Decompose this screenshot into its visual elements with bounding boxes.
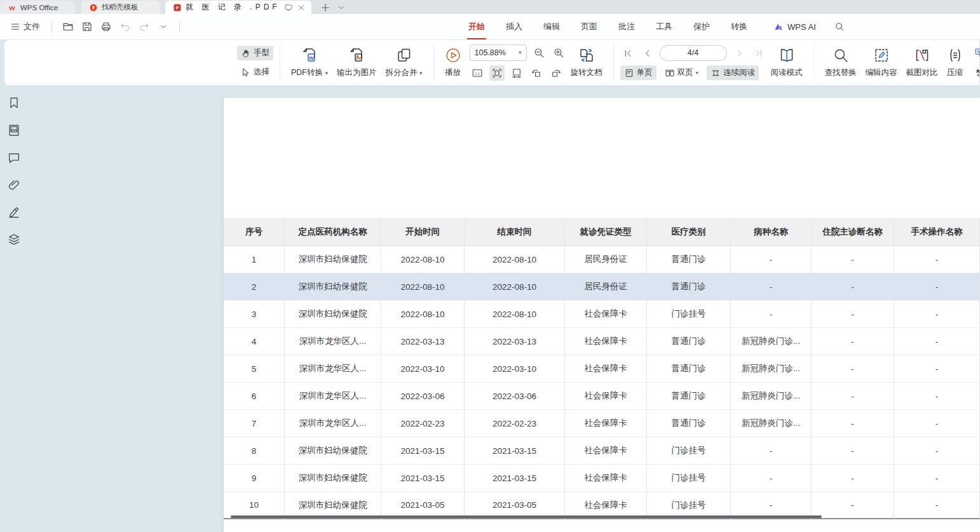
redo-button[interactable] [136,19,153,34]
tab-docer-templates[interactable]: 找稻壳模板 [81,1,160,14]
ribbon-toolbar: 手型 选择 W PDF转换 ▾ 输出为图片 拆分合并 ▾ 播放 [4,39,980,86]
table-cell: 8 [224,437,285,465]
rotate-right-button[interactable] [548,65,564,81]
attachments-panel-button[interactable] [6,177,22,193]
search-icon[interactable] [834,22,845,32]
single-page-view-button[interactable]: 单页 [620,65,657,80]
divider [280,45,280,81]
tab-page[interactable]: 页面 [580,18,599,35]
new-tab-button[interactable] [320,3,330,13]
svg-text:1:1: 1:1 [475,72,480,76]
zoom-value: 105.88% [475,48,506,57]
screenshot-compare-icon [914,47,930,64]
edit-content-button[interactable]: 编辑内容 [861,45,902,80]
table-cell: 2022-03-13 [465,328,565,355]
table-cell: 4 [224,328,285,355]
previous-page-icon [643,48,653,58]
page-number-input[interactable]: 4/4 [660,45,727,61]
zoom-in-button[interactable] [551,45,566,60]
tab-wps-office[interactable]: W WPS Office [0,1,75,14]
tab-annotate[interactable]: 批注 [617,18,636,35]
find-replace-button[interactable]: 查找替换 [820,45,861,80]
previous-page-button[interactable] [640,46,655,61]
table-cell: 社会保障卡 [565,355,647,383]
quickbar-more-button[interactable] [155,19,172,34]
header-cell: 医疗类别 [647,218,731,246]
table-cell: 2022-08-10 [381,273,465,301]
tab-protect[interactable]: 保护 [692,18,711,35]
signature-panel-button[interactable] [6,205,22,220]
tab-convert[interactable]: 转换 [730,18,749,35]
document-workspace: 序号定点医药机构名称开始时间结束时间就诊凭证类型医疗类别病种名称住院主诊断名称手… [0,86,980,532]
file-menu-button[interactable]: 文件 [6,18,44,35]
present-screen-icon[interactable] [284,3,293,12]
pdf-file-icon: P [173,3,182,12]
table-cell: - [812,246,894,273]
magnifier-plus-icon [553,47,564,58]
select-tool-button[interactable]: 选择 [237,65,273,79]
table-cell: 深圳市龙华区人... [285,383,381,410]
comments-panel-button[interactable] [6,150,22,165]
pdf-convert-button[interactable]: W PDF转换 ▾ [287,45,332,80]
wps-ai-label: WPS AI [787,22,816,32]
table-cell: 社会保障卡 [565,465,647,492]
table-row: 9深圳市妇幼保健院2021-03-152021-03-15社会保障卡门诊挂号--… [224,465,980,492]
table-cell: 深圳市妇幼保健院 [285,246,381,273]
print-button[interactable] [98,19,114,34]
thumbnails-panel-button[interactable] [6,123,22,138]
continuous-reading-button[interactable]: 连续阅读 [707,65,759,80]
play-slideshow-button[interactable]: 播放 [440,45,466,80]
tab-insert[interactable]: 插入 [505,18,524,35]
tab-edit[interactable]: 编辑 [542,18,561,35]
table-cell: - [894,492,980,519]
rotate-left-button[interactable] [529,65,544,81]
table-cell: 深圳市龙华区人... [285,328,381,355]
screenshot-compare-button[interactable]: 截图对比 [902,45,943,80]
play-circle-icon [445,47,461,64]
table-row: 7深圳市龙华区人...2022-02-232022-02-23社会保障卡普通门诊… [224,410,980,437]
tab-home[interactable]: 开始 [467,18,486,35]
split-merge-button[interactable]: 拆分合并 ▾ [381,45,427,80]
close-tab-icon[interactable] [297,3,306,12]
full-translate-icon: A [974,47,980,58]
open-file-button[interactable] [60,19,76,34]
table-cell: 社会保障卡 [565,301,647,328]
layers-panel-button[interactable] [6,232,22,247]
bookmarks-panel-button[interactable] [6,95,22,111]
rotate-document-button[interactable]: 旋转文档 [566,45,607,80]
table-cell: 深圳市妇幼保健院 [285,301,381,328]
undo-button[interactable] [117,19,133,34]
tab-medical-record-pdf[interactable]: P 就 医 记 录 .PDF [165,1,311,14]
table-cell: 3 [224,301,285,328]
next-page-button[interactable] [732,46,747,61]
zoom-out-button[interactable] [531,45,547,60]
actual-size-button[interactable]: 1:1 [470,65,485,81]
hand-tool-button[interactable]: 手型 [237,46,273,60]
tab-tools[interactable]: 工具 [655,18,674,35]
full-text-translate-button[interactable]: A 全文翻译 [970,45,980,60]
table-row: 1深圳市妇幼保健院2022-08-102022-08-10居民身份证普通门诊--… [224,246,980,273]
compress-button[interactable]: 压缩 [943,45,968,80]
reading-mode-button[interactable]: 阅读模式 [766,45,807,80]
window-tab-bar: W WPS Office 找稻壳模板 P 就 医 记 录 .PDF [0,0,980,14]
horizontal-scrollbar[interactable] [231,515,822,518]
word-translate-button[interactable]: A 划词翻译 ▾ [970,65,980,80]
select-tool-label: 选择 [254,67,269,78]
first-page-button[interactable] [620,46,636,61]
last-page-button[interactable] [751,46,766,61]
word-translate-icon: A [974,67,980,78]
zoom-level-dropdown[interactable]: 105.88% ▾ [470,44,527,61]
tab-list-chevron-icon[interactable] [337,3,346,12]
export-as-image-button[interactable]: 输出为图片 [332,45,381,80]
tab-label: WPS Office [20,4,58,11]
save-button[interactable] [79,19,95,34]
save-icon [81,21,93,32]
menu-bar: 文件 开始 插入 编辑 页面 批注 工具 保护 转换 WPS AI [0,14,980,39]
table-cell: - [894,328,980,355]
table-cell: 新冠肺炎门诊... [731,383,812,410]
fit-width-button[interactable] [509,65,524,81]
double-page-view-button[interactable]: 双页 ▾ [661,65,703,80]
double-page-icon [665,68,675,78]
wps-ai-button[interactable]: WPS AI [773,22,816,32]
fit-page-button[interactable] [489,65,505,81]
